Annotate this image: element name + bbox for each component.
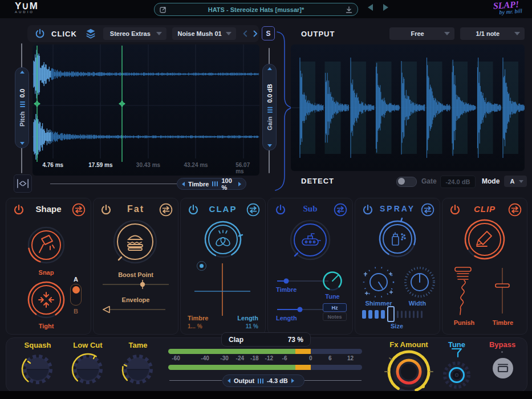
timbre-label: Timbre <box>188 181 209 188</box>
tooltip-label: Clap <box>229 336 243 344</box>
output-slider-track-right[interactable] <box>304 380 362 381</box>
detect-title: DETECT <box>301 177 334 185</box>
squash-knob[interactable] <box>18 349 58 389</box>
module-fat: Fat Boost Point Envelope <box>93 198 178 335</box>
tune-knob[interactable] <box>441 348 473 393</box>
layers-icon[interactable] <box>85 27 96 40</box>
previous-sample-button[interactable] <box>242 29 249 38</box>
low-cut-knob[interactable] <box>68 349 108 389</box>
size-segment-empty <box>397 311 399 318</box>
clip-knob[interactable] <box>462 217 507 262</box>
timbre-slider-track[interactable] <box>50 184 177 184</box>
gate-toggle[interactable] <box>396 177 417 187</box>
clap-swap-icon[interactable] <box>246 203 260 217</box>
output-slider-label: Output <box>234 377 254 384</box>
low-cut-label: Low Cut <box>65 341 111 349</box>
open-preset-icon[interactable] <box>159 6 167 14</box>
size-slider-handle[interactable] <box>387 306 395 322</box>
spray-swap-icon[interactable] <box>421 203 434 217</box>
gain-up-arrow-icon[interactable] <box>267 67 272 70</box>
save-preset-icon[interactable] <box>345 6 353 14</box>
output-header: OUTPUT Free 1/1 note <box>291 25 525 42</box>
gate-label: Gate <box>421 177 437 185</box>
clap-xy-pad[interactable] <box>181 260 265 319</box>
hammer-icon <box>39 235 54 253</box>
output-sync-value: Free <box>394 30 440 37</box>
click-waveform-display[interactable]: 4.76 ms 17.59 ms 30.43 ms 43.24 ms 56.07… <box>33 44 259 176</box>
submarine-icon <box>302 234 320 245</box>
clap-length-value: 11 % <box>228 323 258 329</box>
gain-down-arrow-icon[interactable] <box>267 144 272 147</box>
increase-arrow-icon[interactable] <box>238 182 241 186</box>
click-sample-dropdown[interactable]: Noise Mush 01 <box>172 27 237 40</box>
shape-swap-icon[interactable] <box>72 203 86 217</box>
module-sub: Sub Timbre Tune <box>267 198 353 335</box>
slap-logo-subtext: by mr. bill <box>499 8 522 15</box>
next-sample-button[interactable] <box>251 29 259 38</box>
pitch-slider[interactable]: Pitch 0.0 <box>15 67 29 148</box>
drag-grip-icon[interactable] <box>212 181 218 186</box>
time-label: 30.43 ms <box>136 162 160 168</box>
decrease-arrow-icon[interactable] <box>182 182 185 186</box>
preset-name[interactable]: HATS - Stereoize Hats [mussar]* <box>167 6 345 13</box>
envelope-slider[interactable] <box>96 304 176 315</box>
drag-grip-icon[interactable] <box>258 378 263 384</box>
size-slider[interactable] <box>362 307 433 321</box>
preset-selector[interactable]: HATS - Stereoize Hats [mussar]* <box>154 3 358 16</box>
bypass-button[interactable] <box>492 357 514 380</box>
gate-threshold-field[interactable]: -24.0 dB <box>440 176 476 188</box>
output-note-dropdown[interactable]: 1/1 note <box>460 27 525 40</box>
scale-tick: -12 <box>265 355 273 361</box>
width-knob[interactable] <box>402 264 437 300</box>
mode-dropdown[interactable]: A <box>504 176 527 187</box>
output-waveform-display[interactable] <box>291 44 525 171</box>
clap-knob[interactable] <box>201 218 245 261</box>
fat-swap-icon[interactable] <box>159 203 173 217</box>
mode-label: Mode <box>482 177 499 185</box>
meter-left <box>168 349 362 354</box>
boost-point-slider[interactable] <box>96 279 176 290</box>
solo-label: S <box>266 30 270 38</box>
output-sync-dropdown[interactable]: Free <box>389 27 454 40</box>
output-gain-slider[interactable]: Output -4.3 dB <box>222 374 304 387</box>
spray-knob[interactable] <box>376 217 419 260</box>
ab-toggle[interactable] <box>70 284 82 306</box>
punish-slider[interactable] <box>453 267 476 316</box>
next-preset-button[interactable] <box>383 4 388 11</box>
size-segment-empty <box>413 311 415 318</box>
tame-label: Tame <box>115 341 161 349</box>
click-power-button[interactable] <box>34 27 46 40</box>
expand-collapse-button[interactable] <box>14 174 32 193</box>
click-category-dropdown[interactable]: Stereo Extras <box>103 27 166 40</box>
decrease-arrow-icon[interactable] <box>228 378 230 383</box>
previous-preset-button[interactable] <box>368 4 373 11</box>
tight-knob[interactable] <box>25 278 68 321</box>
shimmer-knob[interactable] <box>361 264 396 300</box>
fx-amount-knob[interactable] <box>383 345 435 398</box>
clip-timbre-slider[interactable] <box>494 267 511 316</box>
sub-swap-icon[interactable] <box>334 203 347 217</box>
pitch-up-arrow-icon[interactable] <box>20 71 25 74</box>
increase-arrow-icon[interactable] <box>291 378 294 383</box>
tame-knob[interactable] <box>118 349 158 389</box>
sub-tune-knob[interactable] <box>320 269 344 293</box>
click-timbre-slider[interactable]: Timbre 100 % <box>177 178 246 190</box>
pitch-down-arrow-icon[interactable] <box>20 142 25 145</box>
snap-knob[interactable] <box>25 223 68 267</box>
clip-swap-icon[interactable] <box>508 203 522 217</box>
waveform-body <box>34 50 258 160</box>
envelope-label: Envelope <box>107 296 164 303</box>
sub-knob[interactable] <box>287 217 333 263</box>
clip-timbre-label: Timbre <box>486 319 520 326</box>
sub-notes-toggle[interactable]: Notes <box>323 312 347 321</box>
size-segment-empty <box>421 311 423 318</box>
module-clip: CLIP Punish Timbre <box>442 198 527 335</box>
value-tooltip: Clap 73 % <box>221 332 311 347</box>
output-slider-track-left[interactable] <box>169 380 222 381</box>
sub-hz-toggle[interactable]: Hz <box>323 303 347 312</box>
loop-end-marker[interactable] <box>119 46 125 162</box>
boost-point-label: Boost Point <box>107 271 164 278</box>
fat-knob[interactable] <box>111 218 159 266</box>
drag-grip-icon <box>19 101 25 107</box>
module-shape: Shape Snap Tigh <box>6 198 91 335</box>
